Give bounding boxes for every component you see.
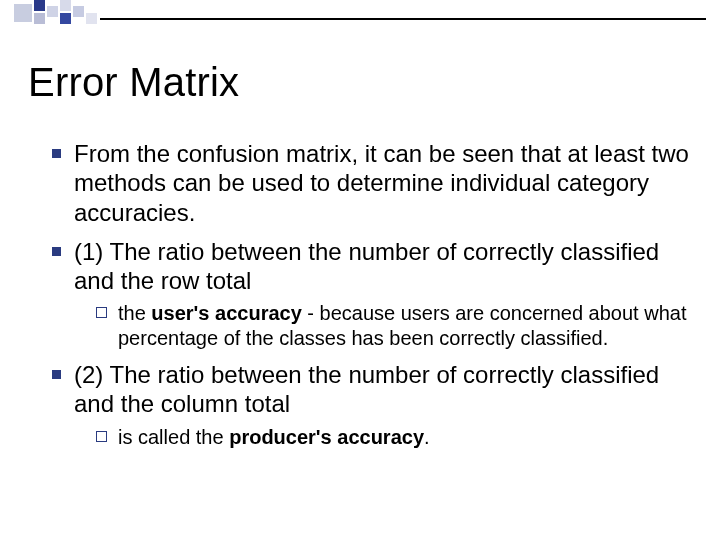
- bullet-item: (2) The ratio between the number of corr…: [52, 360, 692, 449]
- deco-square: [60, 0, 71, 11]
- sub-bullet-list: the user's accuracy - because users are …: [74, 301, 692, 350]
- bullet-item: (1) The ratio between the number of corr…: [52, 237, 692, 350]
- deco-square: [34, 13, 45, 24]
- header-rule: [100, 18, 706, 20]
- sub-bullet-text-prefix: is called the: [118, 426, 229, 448]
- sub-bullet-text-rest: .: [424, 426, 430, 448]
- sub-bullet-item: is called the producer's accuracy.: [96, 425, 692, 449]
- bullet-text: (2) The ratio between the number of corr…: [74, 361, 659, 417]
- sub-bullet-item: the user's accuracy - because users are …: [96, 301, 692, 350]
- bullet-text: From the confusion matrix, it can be see…: [74, 140, 689, 226]
- deco-square: [60, 13, 71, 24]
- slide-body: Error Matrix From the confusion matrix, …: [28, 60, 692, 459]
- bullet-item: From the confusion matrix, it can be see…: [52, 139, 692, 227]
- slide-header-decoration: [0, 0, 720, 30]
- deco-square: [34, 0, 45, 11]
- deco-square: [47, 6, 58, 17]
- slide-title: Error Matrix: [28, 60, 692, 105]
- deco-square: [73, 6, 84, 17]
- sub-bullet-text-prefix: the: [118, 302, 151, 324]
- bullet-list: From the confusion matrix, it can be see…: [28, 139, 692, 449]
- sub-bullet-text-bold: producer's accuracy: [229, 426, 424, 448]
- sub-bullet-text-bold: user's accuracy: [151, 302, 301, 324]
- deco-square: [86, 13, 97, 24]
- sub-bullet-list: is called the producer's accuracy.: [74, 425, 692, 449]
- deco-square: [14, 4, 32, 22]
- bullet-text: (1) The ratio between the number of corr…: [74, 238, 659, 294]
